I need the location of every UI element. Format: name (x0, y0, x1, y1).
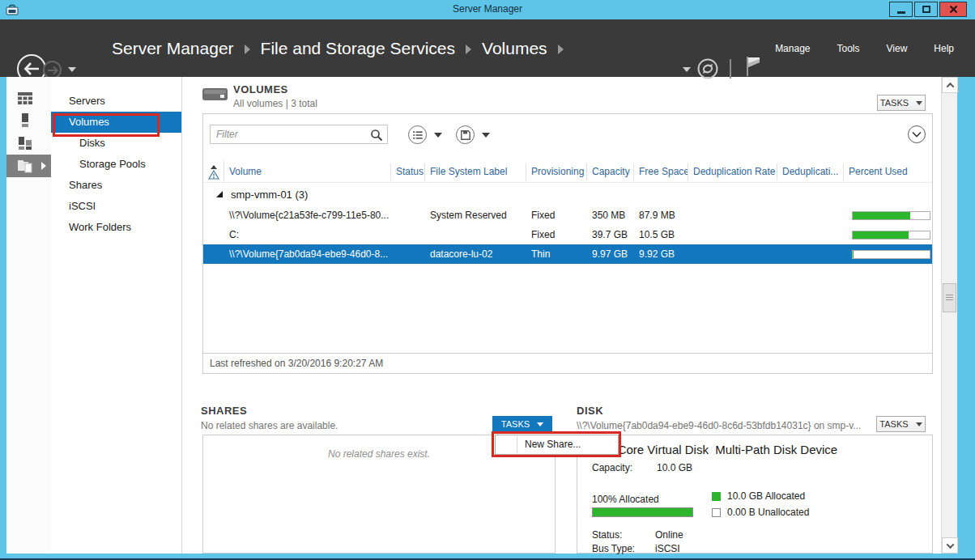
menu-tools[interactable]: Tools (837, 43, 860, 54)
bus-type-value: iSCSI (655, 543, 680, 554)
volumes-title: VOLUMES (233, 83, 288, 95)
minimize-icon (897, 11, 905, 14)
disk-device-name: DataCore Virtual Disk Multi-Path Disk De… (592, 443, 837, 456)
vertical-scrollbar[interactable] (941, 77, 957, 554)
alerts-column-header[interactable] (203, 161, 224, 183)
menu-help[interactable]: Help (934, 43, 954, 54)
legend-row: 0.00 B Unallocated (712, 507, 809, 518)
tree-collapse-icon[interactable] (216, 191, 223, 197)
group-label: smp-vmm-01 (3) (231, 189, 308, 201)
volume-row[interactable]: \\?\Volume{c21a53fe-c799-11e5-80...Syste… (203, 206, 932, 225)
nav-bar: Server Manager File and Storage Services… (0, 19, 975, 77)
cell: System Reserved (425, 210, 526, 221)
maximize-icon (922, 6, 930, 13)
capacity-value: 10.0 GB (657, 462, 692, 473)
sidebar-item-storage-pools[interactable]: Storage Pools (51, 154, 181, 175)
save-query-button[interactable] (456, 125, 475, 144)
legend-label: 10.0 GB Allocated (727, 490, 805, 502)
filter-criteria-button[interactable] (408, 125, 427, 144)
sidebar-nav: ServersVolumesDisksStorage PoolsSharesiS… (51, 77, 182, 554)
shares-subtitle: No related shares are available. (201, 420, 338, 431)
percent-used-bar (852, 231, 930, 240)
menu-view[interactable]: View (887, 43, 908, 54)
legend-row: 10.0 GB Allocated (712, 490, 809, 502)
rail-all-servers-icon[interactable] (6, 132, 51, 155)
volumes-tasks-label: TASKS (880, 98, 909, 108)
last-refreshed-bar: Last refreshed on 3/20/2016 9:20:27 AM (203, 353, 932, 373)
sort-ascending-icon (211, 165, 217, 169)
maximize-button[interactable] (914, 2, 938, 17)
volumes-tasks-button[interactable]: TASKS (877, 95, 926, 111)
cell: Fixed (526, 229, 587, 240)
filter-box (210, 125, 388, 144)
volume-row[interactable]: C:Fixed39.7 GB10.5 GB (203, 225, 932, 244)
column-header-status[interactable]: Status (391, 163, 425, 180)
menu-item-new-share[interactable]: New Share... (496, 435, 618, 454)
cell: C: (224, 229, 391, 240)
volumes-header-row: VolumeStatusFile System LabelProvisionin… (203, 161, 932, 183)
disk-tasks-button[interactable]: TASKS (876, 416, 926, 432)
volumes-drive-icon (202, 85, 229, 104)
column-header-provisioning[interactable]: Provisioning (526, 163, 587, 180)
menu-manage[interactable]: Manage (775, 43, 810, 54)
sidebar-item-work-folders[interactable]: Work Folders (51, 217, 181, 238)
column-header-volume[interactable]: Volume (224, 163, 391, 180)
percent-used-cell (844, 250, 932, 259)
cell: 9.97 GB (587, 248, 634, 260)
menu-gutter (517, 436, 517, 453)
chevron-down-icon (916, 422, 922, 426)
list-icon (413, 131, 423, 139)
column-header-capacity[interactable]: Capacity (587, 163, 634, 180)
cell: 350 MB (587, 210, 634, 221)
warning-triangle-icon (208, 170, 219, 180)
sidebar-item-volumes[interactable]: Volumes (51, 112, 181, 133)
green-swatch-icon (712, 492, 721, 501)
filter-input[interactable] (211, 125, 387, 143)
volume-row[interactable]: \\?\Volume{7ab0da94-ebe9-46d0-8...dataco… (203, 244, 932, 264)
column-header-free-space[interactable]: Free Space (634, 163, 688, 180)
allocated-label: 100% Allocated (592, 494, 659, 505)
disk-tasks-label: TASKS (879, 419, 908, 429)
tasks-context-menu: New Share... (495, 435, 619, 455)
column-header-file-system-label[interactable]: File System Label (425, 163, 526, 180)
cell: 9.92 GB (634, 248, 688, 260)
collapse-panel-button[interactable] (908, 125, 926, 143)
sidebar-item-iscsi[interactable]: iSCSI (51, 196, 181, 217)
cell: 10.5 GB (634, 229, 688, 240)
volume-group-row[interactable]: smp-vmm-01 (3) (203, 183, 932, 206)
scroll-up-button[interactable] (942, 77, 958, 93)
sidebar-item-disks[interactable]: Disks (51, 133, 181, 154)
filter-criteria-caret-icon[interactable] (434, 133, 442, 138)
percent-used-bar (852, 211, 930, 220)
title-bar: Server Manager (0, 0, 975, 19)
allocation-legend: 10.0 GB Allocated0.00 B Unallocated (712, 490, 809, 518)
sidebar-item-servers[interactable]: Servers (51, 91, 181, 112)
shares-tasks-button[interactable]: TASKS (492, 416, 552, 432)
search-icon[interactable] (370, 129, 383, 142)
rail-dashboard-icon[interactable] (6, 87, 51, 109)
status-label: Status: (592, 529, 622, 541)
volumes-subtitle: All volumes | 3 total (233, 98, 317, 109)
minimize-button[interactable] (889, 2, 913, 17)
cell: datacore-lu-02 (425, 248, 526, 260)
white-swatch-icon (712, 508, 721, 517)
column-header-deduplication-rate[interactable]: Deduplication Rate (688, 163, 777, 180)
percent-used-cell (844, 231, 932, 240)
percent-used-cell (844, 211, 932, 220)
percent-used-bar (852, 250, 930, 259)
close-button[interactable] (939, 2, 967, 17)
cell: Fixed (526, 210, 587, 221)
rail-file-storage-services-icon[interactable] (6, 155, 51, 177)
disk-panel: DataCore Virtual Disk Multi-Path Disk De… (577, 435, 933, 554)
capacity-label: Capacity: (592, 462, 632, 473)
save-query-caret-icon[interactable] (482, 133, 490, 138)
scroll-down-button[interactable] (942, 537, 958, 554)
rail-expand-arrow-icon[interactable] (41, 162, 46, 170)
scrollbar-thumb[interactable] (943, 283, 956, 312)
allocated-bar (592, 507, 693, 517)
column-header-deduplicati[interactable]: Deduplicati... (777, 163, 844, 180)
sidebar-item-shares[interactable]: Shares (51, 175, 181, 196)
rail-local-server-icon[interactable] (6, 109, 51, 132)
column-header-percent-used[interactable]: Percent Used (844, 163, 932, 180)
disk-title: DISK (577, 405, 603, 417)
